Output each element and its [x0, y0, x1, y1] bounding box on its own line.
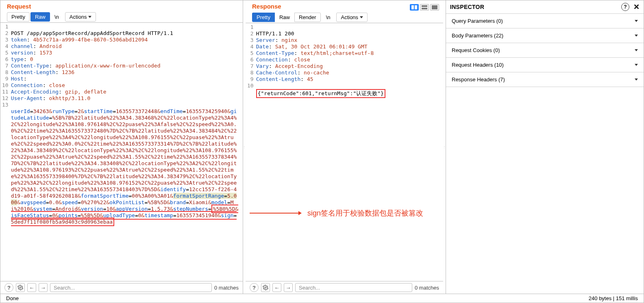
tab-render[interactable]: Render	[294, 13, 321, 22]
svg-point-0	[20, 287, 21, 288]
status-right: 240 bytes | 151 millis	[589, 295, 638, 301]
request-search-input[interactable]: Search...	[50, 283, 212, 292]
prev-button[interactable]: ←	[272, 283, 281, 292]
annotation-text: sign签名用于校验数据包是否被篡改	[307, 208, 423, 218]
tab-pretty[interactable]: Pretty	[252, 13, 275, 22]
chevron-down-icon	[635, 64, 638, 66]
chevron-down-icon	[360, 16, 363, 18]
svg-rect-5	[432, 5, 437, 9]
request-match-count: 0 matches	[214, 285, 239, 291]
response-footer: ? ← → Search... 0 matches	[246, 281, 443, 294]
tab-pretty[interactable]: Pretty	[7, 12, 30, 22]
tab-raw[interactable]: Raw	[275, 13, 294, 22]
svg-rect-2	[415, 5, 417, 9]
svg-rect-3	[422, 5, 427, 7]
chevron-down-icon	[88, 16, 91, 18]
tab-raw[interactable]: Raw	[30, 12, 50, 22]
svg-marker-7	[298, 211, 302, 215]
response-search-input[interactable]: Search...	[295, 283, 412, 292]
response-title: Response	[246, 0, 288, 12]
request-title: Request	[0, 0, 243, 12]
request-actions-dropdown[interactable]: Actions	[65, 12, 96, 22]
tab-newline[interactable]: \n	[50, 12, 63, 22]
status-left: Done	[6, 295, 19, 301]
status-bar: Done 240 bytes | 151 millis	[0, 294, 644, 303]
layout-columns-button[interactable]	[410, 4, 419, 11]
annotation-arrow: sign签名用于校验数据包是否被篡改	[250, 208, 423, 218]
request-panel: Request Pretty Raw \n Actions 1234567891…	[0, 0, 243, 294]
gear-icon[interactable]	[261, 283, 270, 292]
inspector-title: INSPECTOR	[450, 4, 484, 10]
help-icon[interactable]: ?	[621, 3, 629, 11]
response-tabs: Pretty Raw Render \n Actions	[246, 13, 443, 23]
tab-newline[interactable]: \n	[322, 13, 335, 22]
chevron-down-icon	[635, 78, 638, 81]
request-code[interactable]: POST /app/appSportRecord/appAddSportReco…	[11, 24, 243, 232]
response-body-highlight: {"returnCode":601,"returnMsg":"认证失败"}	[256, 89, 385, 98]
layout-rows-button[interactable]	[420, 4, 429, 11]
chevron-down-icon	[635, 20, 638, 22]
accordion-request-headers: Request Headers (10)	[446, 58, 644, 72]
response-match-count: 0 matches	[415, 285, 439, 291]
chevron-down-icon	[635, 49, 638, 51]
response-panel: Response Pretty Raw Render \n Actions 12…	[246, 0, 443, 294]
layout-single-button[interactable]	[430, 4, 439, 11]
svg-rect-1	[411, 5, 414, 9]
response-code[interactable]: HTTP/1.1 200 Server: nginx Date: Sat, 30…	[256, 24, 443, 105]
help-icon[interactable]: ?	[4, 283, 13, 292]
accordion-response-headers: Response Headers (7)	[446, 72, 644, 87]
gear-icon[interactable]	[16, 283, 25, 292]
request-raw-viewer[interactable]: 12345678910111213 POST /app/appSportReco…	[0, 23, 243, 281]
next-button[interactable]: →	[284, 283, 293, 292]
svg-rect-4	[422, 8, 427, 9]
svg-point-8	[265, 287, 266, 288]
accordion-body-params: Body Parameters (22)	[446, 28, 644, 43]
redacted-host	[30, 76, 68, 82]
line-gutter: 12345678910	[246, 24, 256, 105]
chevron-down-icon	[635, 35, 638, 37]
request-footer: ? ← → Search... 0 matches	[0, 281, 243, 294]
response-viewer[interactable]: 12345678910 HTTP/1.1 200 Server: nginx D…	[246, 23, 443, 281]
help-icon[interactable]: ?	[250, 283, 259, 292]
accordion-query-params: Query Parameters (0)	[446, 14, 644, 28]
inspector-panel: INSPECTOR ? ✕ Query Parameters (0) Body …	[446, 0, 644, 294]
line-gutter: 12345678910111213	[0, 24, 11, 232]
response-actions-dropdown[interactable]: Actions	[336, 13, 368, 22]
layout-switch	[410, 2, 443, 11]
close-icon[interactable]: ✕	[633, 3, 640, 11]
request-tabs: Pretty Raw \n Actions	[0, 12, 243, 23]
accordion-request-cookies: Request Cookies (0)	[446, 43, 644, 58]
next-button[interactable]: →	[39, 283, 48, 292]
prev-button[interactable]: ←	[27, 283, 36, 292]
